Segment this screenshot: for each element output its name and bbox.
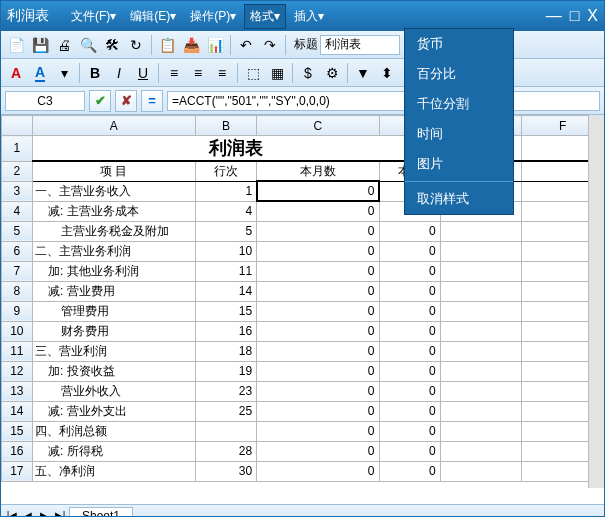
- table-cell[interactable]: [440, 421, 522, 441]
- menu-insert[interactable]: 插入▾: [288, 4, 330, 29]
- table-cell[interactable]: [440, 341, 522, 361]
- row-header[interactable]: 15: [2, 421, 33, 441]
- row-header[interactable]: 7: [2, 261, 33, 281]
- row-header[interactable]: 5: [2, 221, 33, 241]
- font-color-icon[interactable]: A: [5, 62, 27, 84]
- table-cell[interactable]: 0: [379, 301, 440, 321]
- table-cell[interactable]: 减: 主营业务成本: [32, 201, 195, 221]
- table-cell[interactable]: 0: [257, 261, 379, 281]
- table-cell[interactable]: 1: [195, 181, 256, 201]
- col-header-c[interactable]: C: [257, 116, 379, 136]
- table-cell[interactable]: [440, 401, 522, 421]
- row-header[interactable]: 6: [2, 241, 33, 261]
- row-header[interactable]: 8: [2, 281, 33, 301]
- table-cell[interactable]: 10: [195, 241, 256, 261]
- table-cell[interactable]: 18: [195, 341, 256, 361]
- tab-sheet1[interactable]: Sheet1: [69, 507, 133, 517]
- table-cell[interactable]: 0: [257, 181, 379, 201]
- table-cell[interactable]: 0: [379, 281, 440, 301]
- table-cell[interactable]: [440, 301, 522, 321]
- table-cell[interactable]: 19: [195, 361, 256, 381]
- row-header[interactable]: 2: [2, 161, 33, 181]
- table-cell[interactable]: 0: [379, 221, 440, 241]
- row-header[interactable]: 16: [2, 441, 33, 461]
- print-icon[interactable]: 🖨: [53, 34, 75, 56]
- table-cell[interactable]: 0: [257, 341, 379, 361]
- formula-input[interactable]: [167, 91, 600, 111]
- table-cell[interactable]: 五、净利润: [32, 461, 195, 481]
- table-cell[interactable]: 主营业务税金及附加: [32, 221, 195, 241]
- minimize-button[interactable]: —: [546, 7, 562, 25]
- table-cell[interactable]: 0: [257, 281, 379, 301]
- table-cell[interactable]: [440, 441, 522, 461]
- tab-first-icon[interactable]: |◀: [5, 510, 19, 517]
- table-cell[interactable]: 0: [379, 401, 440, 421]
- bold-icon[interactable]: B: [84, 62, 106, 84]
- table-cell[interactable]: 0: [379, 321, 440, 341]
- table-cell[interactable]: 0: [379, 241, 440, 261]
- table-cell[interactable]: 14: [195, 281, 256, 301]
- tab-prev-icon[interactable]: ◀: [21, 510, 35, 517]
- new-icon[interactable]: 📄: [5, 34, 27, 56]
- format-currency[interactable]: 货币: [405, 29, 513, 59]
- table-cell[interactable]: [440, 321, 522, 341]
- table-cell[interactable]: 0: [379, 361, 440, 381]
- format-clear[interactable]: 取消样式: [405, 184, 513, 214]
- table-cell[interactable]: 三、营业利润: [32, 341, 195, 361]
- table-cell[interactable]: 减: 所得税: [32, 441, 195, 461]
- row-header[interactable]: 13: [2, 381, 33, 401]
- title-input[interactable]: [320, 35, 400, 55]
- align-center-icon[interactable]: ≡: [187, 62, 209, 84]
- table-cell[interactable]: 0: [257, 361, 379, 381]
- table-cell[interactable]: 财务费用: [32, 321, 195, 341]
- table-cell[interactable]: [440, 381, 522, 401]
- row-header[interactable]: 11: [2, 341, 33, 361]
- table-cell[interactable]: 0: [379, 461, 440, 481]
- confirm-icon[interactable]: ✔: [89, 90, 111, 112]
- sort-icon[interactable]: ⬍: [376, 62, 398, 84]
- row-header[interactable]: 10: [2, 321, 33, 341]
- format-time[interactable]: 时间: [405, 119, 513, 149]
- table-cell[interactable]: 一、主营业务收入: [32, 181, 195, 201]
- table-cell[interactable]: [440, 261, 522, 281]
- table-cell[interactable]: 0: [257, 321, 379, 341]
- tab-last-icon[interactable]: ▶|: [53, 510, 67, 517]
- italic-icon[interactable]: I: [108, 62, 130, 84]
- table-cell[interactable]: 23: [195, 381, 256, 401]
- redo-icon[interactable]: ↷: [259, 34, 281, 56]
- menu-format[interactable]: 格式▾: [244, 4, 286, 29]
- table-cell[interactable]: 30: [195, 461, 256, 481]
- row-header[interactable]: 9: [2, 301, 33, 321]
- table-cell[interactable]: 0: [257, 461, 379, 481]
- copy-icon[interactable]: 📋: [156, 34, 178, 56]
- currency-icon[interactable]: $: [297, 62, 319, 84]
- tab-next-icon[interactable]: ▶: [37, 510, 51, 517]
- table-cell[interactable]: 0: [257, 421, 379, 441]
- table-cell[interactable]: 四、利润总额: [32, 421, 195, 441]
- table-cell[interactable]: [440, 361, 522, 381]
- table-cell[interactable]: 0: [257, 301, 379, 321]
- table-cell[interactable]: 营业外收入: [32, 381, 195, 401]
- table-cell[interactable]: 加: 投资收益: [32, 361, 195, 381]
- menu-edit[interactable]: 编辑(E)▾: [124, 4, 182, 29]
- preview-icon[interactable]: 🔍: [77, 34, 99, 56]
- row-header[interactable]: 17: [2, 461, 33, 481]
- table-cell[interactable]: 0: [257, 221, 379, 241]
- table-cell[interactable]: 管理费用: [32, 301, 195, 321]
- table-cell[interactable]: [440, 221, 522, 241]
- settings-icon[interactable]: ⚙: [321, 62, 343, 84]
- column-label[interactable]: 行次: [195, 161, 256, 181]
- chart-icon[interactable]: 📊: [204, 34, 226, 56]
- column-label[interactable]: 本月数: [257, 161, 379, 181]
- table-cell[interactable]: [195, 421, 256, 441]
- table-cell[interactable]: 0: [379, 421, 440, 441]
- tools-icon[interactable]: 🛠: [101, 34, 123, 56]
- table-cell[interactable]: 5: [195, 221, 256, 241]
- table-cell[interactable]: 二、主营业务利润: [32, 241, 195, 261]
- table-cell[interactable]: 15: [195, 301, 256, 321]
- table-cell[interactable]: 0: [379, 261, 440, 281]
- paste-icon[interactable]: 📥: [180, 34, 202, 56]
- cell-reference[interactable]: [5, 91, 85, 111]
- align-right-icon[interactable]: ≡: [211, 62, 233, 84]
- border-icon[interactable]: ▦: [266, 62, 288, 84]
